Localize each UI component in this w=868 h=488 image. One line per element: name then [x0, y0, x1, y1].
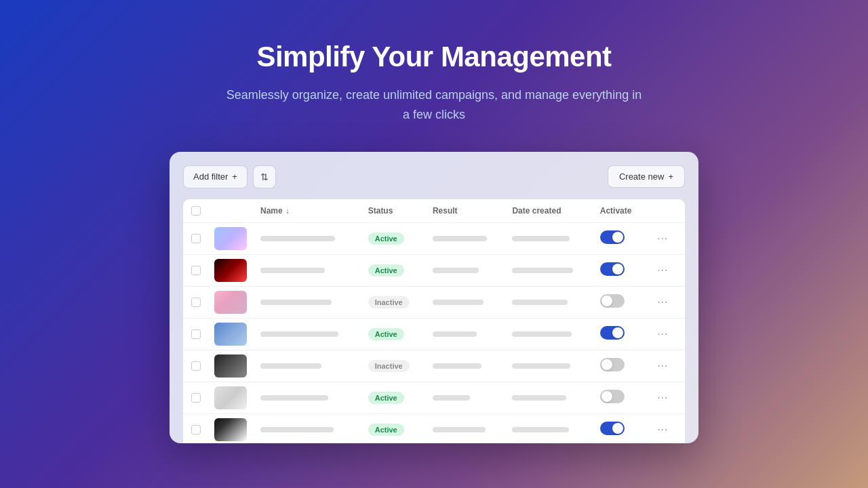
main-panel: Add filter + ⇅ Create new +: [170, 152, 698, 443]
col-name: Name ↓: [254, 199, 361, 223]
result-placeholder-1: [433, 236, 487, 241]
sort-icon: ⇅: [260, 171, 269, 182]
toggle-track-2: [600, 262, 625, 276]
toggle-4[interactable]: [600, 326, 625, 340]
col-checkbox: [183, 199, 208, 223]
row-checkbox-3[interactable]: [191, 298, 201, 307]
toggle-3[interactable]: [600, 294, 625, 308]
col-result: Result: [426, 199, 506, 223]
table-row: Inactive ···: [183, 286, 685, 318]
date-placeholder-6: [512, 395, 566, 401]
name-sort-icon[interactable]: ↓: [285, 206, 290, 216]
add-filter-label: Add filter: [193, 171, 228, 182]
more-button-4[interactable]: ···: [653, 327, 672, 342]
hero-section: Simplify Your Management Seamlessly orga…: [210, 0, 658, 152]
name-placeholder-7: [260, 427, 334, 432]
col-activate: Activate: [593, 199, 646, 223]
status-badge-6: Active: [368, 392, 404, 404]
toggle-6[interactable]: [600, 390, 625, 403]
result-placeholder-6: [433, 395, 470, 401]
hero-subtitle: Seamlessly organize, create unlimited ca…: [224, 85, 644, 125]
status-badge-3: Inactive: [368, 296, 410, 308]
toggle-thumb-7: [612, 423, 623, 434]
toggle-5[interactable]: [600, 358, 625, 371]
col-date-created: Date created: [505, 199, 593, 223]
date-placeholder-4: [512, 331, 572, 337]
name-placeholder-6: [260, 395, 328, 401]
date-placeholder-1: [512, 236, 570, 241]
toggle-track-6: [600, 390, 625, 403]
toggle-thumb-2: [612, 264, 623, 274]
result-placeholder-7: [433, 427, 486, 432]
col-thumbnail: [208, 199, 254, 223]
name-placeholder-3: [260, 300, 332, 305]
thumbnail-4: [214, 323, 247, 346]
status-badge-5: Inactive: [368, 360, 410, 372]
toggle-track-1: [600, 230, 625, 244]
sort-button[interactable]: ⇅: [253, 165, 276, 188]
more-button-5[interactable]: ···: [653, 359, 672, 373]
table-row: Active ···: [183, 222, 685, 254]
table-row: Active ···: [183, 254, 685, 286]
create-new-button[interactable]: Create new +: [608, 165, 685, 188]
name-placeholder-4: [260, 331, 338, 337]
toggle-track-3: [600, 294, 625, 308]
status-badge-1: Active: [368, 232, 404, 245]
toggle-track-4: [600, 326, 625, 340]
thumbnail-7: [214, 418, 247, 441]
table-row: Active ···: [183, 382, 685, 413]
create-new-label: Create new: [619, 171, 664, 182]
toggle-thumb-3: [601, 296, 612, 306]
table-row: Active ···: [183, 413, 685, 443]
more-button-6[interactable]: ···: [653, 390, 672, 405]
name-placeholder-5: [260, 363, 321, 369]
toggle-track-7: [600, 422, 625, 435]
row-checkbox-5[interactable]: [191, 361, 201, 371]
name-placeholder-2: [260, 268, 325, 273]
thumbnail-6: [214, 386, 247, 409]
col-actions: [646, 199, 685, 223]
campaigns-table: Name ↓ Status Result Date created Activa…: [183, 199, 685, 443]
table-row: Active ···: [183, 318, 685, 350]
toggle-thumb-4: [612, 327, 623, 338]
date-placeholder-3: [512, 300, 568, 305]
col-name-label: Name: [260, 206, 283, 216]
name-placeholder-1: [260, 236, 335, 241]
date-placeholder-7: [512, 427, 569, 432]
toolbar: Add filter + ⇅ Create new +: [183, 165, 685, 188]
toggle-thumb-1: [612, 232, 623, 243]
table-row: Inactive ···: [183, 350, 685, 382]
more-button-3[interactable]: ···: [653, 295, 672, 310]
result-placeholder-4: [433, 331, 477, 337]
thumbnail-3: [214, 291, 247, 314]
status-badge-2: Active: [368, 264, 404, 277]
thumbnail-5: [214, 354, 247, 378]
result-placeholder-2: [433, 268, 479, 273]
toggle-thumb-6: [601, 391, 612, 402]
create-new-icon: +: [668, 171, 673, 182]
toolbar-left: Add filter + ⇅: [183, 165, 276, 188]
status-badge-7: Active: [368, 424, 404, 436]
row-checkbox-1[interactable]: [191, 234, 201, 243]
status-badge-4: Active: [368, 328, 404, 340]
add-filter-icon: +: [232, 171, 237, 182]
more-button-7[interactable]: ···: [653, 422, 672, 437]
row-checkbox-6[interactable]: [191, 393, 201, 403]
thumbnail-1: [214, 227, 247, 250]
thumbnail-2: [214, 259, 247, 282]
toggle-1[interactable]: [600, 230, 625, 244]
toggle-thumb-5: [601, 359, 612, 370]
more-button-1[interactable]: ···: [653, 231, 672, 246]
hero-title: Simplify Your Management: [224, 41, 644, 73]
table-header-row: Name ↓ Status Result Date created Activa…: [183, 199, 685, 223]
header-checkbox[interactable]: [191, 206, 201, 216]
result-placeholder-5: [433, 363, 481, 369]
row-checkbox-4[interactable]: [191, 329, 201, 339]
more-button-2[interactable]: ···: [653, 263, 672, 278]
toggle-7[interactable]: [600, 422, 625, 435]
toggle-2[interactable]: [600, 262, 625, 276]
add-filter-button[interactable]: Add filter +: [183, 165, 248, 188]
row-checkbox-2[interactable]: [191, 266, 201, 275]
date-placeholder-2: [512, 268, 573, 273]
row-checkbox-7[interactable]: [191, 425, 201, 434]
